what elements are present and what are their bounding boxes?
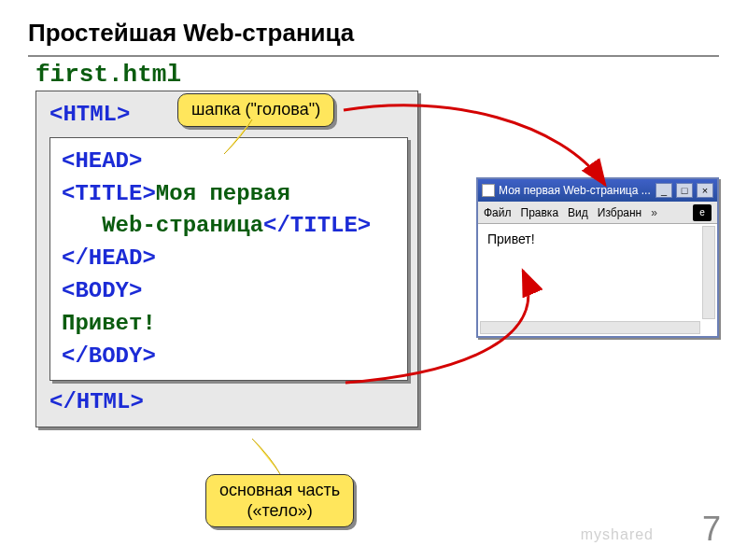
menu-file[interactable]: Файл (484, 206, 512, 219)
code-head-close: </HEAD> (62, 243, 396, 275)
code-body-close: </BODY> (62, 341, 396, 373)
filename-label: first.html (35, 61, 719, 89)
scrollbar-vertical[interactable] (702, 226, 715, 319)
browser-window: Моя первая Web-страница ... _ □ × Файл П… (476, 177, 719, 338)
page-number: 7 (702, 510, 721, 549)
slide-title: Простейшая Web-страница (28, 19, 719, 48)
page-icon (482, 184, 495, 197)
menu-favorites[interactable]: Избранн (598, 206, 641, 219)
callout-head: шапка ("голова") (177, 93, 334, 127)
code-title-line1: <TITLE>Моя первая (62, 178, 396, 211)
divider (28, 55, 719, 57)
code-body-open: <BODY> (62, 275, 396, 308)
code-html-close: </HTML> (49, 386, 408, 419)
callout-body: основная часть («тело») (205, 474, 354, 527)
code-head-open: <HEAD> (62, 146, 396, 178)
code-block-inner: <HEAD> <TITLE>Моя первая Web-страница</T… (49, 137, 408, 382)
browser-menubar: Файл Правка Вид Избранн » e (478, 202, 717, 224)
scrollbar-horizontal[interactable] (480, 321, 700, 334)
browser-body: Привет! (478, 224, 717, 336)
callout-body-text2: («тело») (247, 501, 313, 520)
browser-title-text: Моя первая Web-страница ... (499, 184, 652, 197)
menu-view[interactable]: Вид (568, 206, 588, 219)
browser-content-text: Привет! (487, 231, 535, 246)
callout-head-text: шапка ("голова") (191, 100, 320, 119)
minimize-icon[interactable]: _ (655, 183, 672, 198)
ie-logo-icon: e (693, 204, 712, 221)
browser-titlebar: Моя первая Web-страница ... _ □ × (478, 179, 717, 202)
callout-body-text1: основная часть (219, 481, 340, 499)
menu-more-icon[interactable]: » (651, 206, 657, 219)
watermark: myshared (581, 526, 654, 543)
maximize-icon[interactable]: □ (676, 183, 693, 198)
code-title-line2: Web-страница</TITLE> (62, 210, 396, 243)
code-block-outer: <HTML> <HEAD> <TITLE>Моя первая Web-стра… (35, 91, 418, 427)
code-body-text: Привет! (62, 308, 396, 341)
menu-edit[interactable]: Правка (521, 206, 559, 219)
close-icon[interactable]: × (697, 183, 713, 198)
